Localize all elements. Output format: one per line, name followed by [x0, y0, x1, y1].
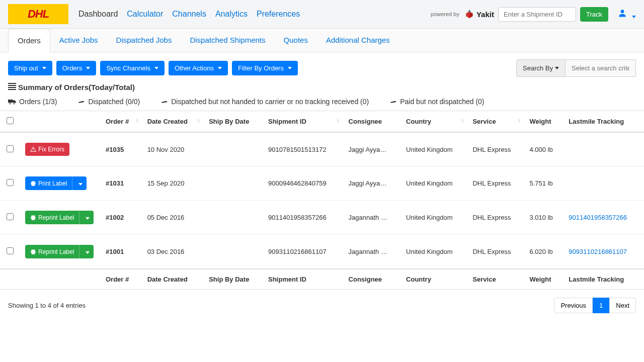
cell-order: #1001: [101, 235, 142, 269]
col-shipment-id[interactable]: Shipment ID↑↓: [263, 111, 344, 133]
yakit-text: Yakit: [476, 10, 494, 19]
cell-service: DHL Express: [467, 166, 524, 201]
cell-consignee: Jaggi Ayya…: [344, 132, 401, 166]
nav-channels[interactable]: Channels: [172, 10, 206, 19]
foot-shipment-id: Shipment ID: [263, 269, 344, 290]
reprint-label-button[interactable]: Reprint Label: [25, 245, 79, 258]
svg-rect-12: [32, 181, 35, 183]
chevron-down-icon: [154, 67, 158, 69]
summary-orders: Orders (1/3): [8, 98, 57, 106]
dhl-logo-text: DHL: [28, 8, 49, 21]
reprint-label-caret[interactable]: [79, 211, 94, 224]
tab-orders[interactable]: Orders: [8, 29, 50, 52]
row-checkbox[interactable]: [7, 247, 14, 254]
cell-country: United Kingdom: [401, 235, 467, 269]
dhl-logo[interactable]: DHL: [8, 4, 68, 24]
search-criteria-input[interactable]: [566, 59, 636, 77]
page-1-button[interactable]: 1: [593, 298, 609, 313]
summary-not-handed-text: Dispatched but not handed to carrier or …: [171, 98, 369, 106]
reprint-label-button[interactable]: Reprint Label: [25, 211, 79, 224]
col-country[interactable]: Country↑↓: [401, 111, 467, 133]
col-weight[interactable]: Weight: [524, 111, 564, 133]
cell-date: 10 Nov 2020: [142, 132, 204, 166]
cell-weight: 4.000 lb: [524, 132, 564, 166]
table-row: Fix Errors #1035 10 Nov 2020 90107815015…: [0, 132, 644, 166]
foot-order-no: Order #: [101, 269, 142, 290]
cell-weight: 6.020 lb: [524, 235, 564, 269]
foot-ship-by: Ship By Date: [204, 269, 263, 290]
tracking-link[interactable]: 9011401958357266: [569, 214, 627, 221]
chevron-down-icon: [555, 67, 559, 69]
col-order-no[interactable]: Order #↑↓: [101, 111, 142, 133]
reprint-label-caret[interactable]: [79, 245, 94, 258]
sync-channels-button[interactable]: Sync Channels: [100, 61, 164, 75]
chevron-down-icon: [86, 251, 90, 254]
nav-analytics[interactable]: Analytics: [215, 10, 248, 19]
tab-additional-charges[interactable]: Additional Charges: [317, 29, 399, 52]
orders-button[interactable]: Orders: [56, 61, 97, 75]
col-date-created[interactable]: Date Created↑↓: [142, 111, 204, 133]
svg-point-11: [13, 103, 15, 104]
summary-not-handed: Dispatched but not handed to carrier or …: [160, 98, 369, 106]
svg-rect-8: [8, 100, 13, 103]
svg-rect-15: [32, 215, 35, 217]
yakit-icon: [464, 9, 474, 19]
filter-by-orders-button[interactable]: Filter By Orders: [232, 61, 298, 75]
svg-rect-4: [8, 83, 16, 84]
truck-icon: [8, 98, 16, 105]
next-button[interactable]: Next: [609, 298, 636, 313]
cell-order: #1002: [101, 201, 142, 235]
row-checkbox[interactable]: [7, 213, 14, 220]
svg-marker-1: [466, 12, 469, 19]
col-lastmile[interactable]: Lastmile Tracking: [564, 111, 644, 133]
tracking-link[interactable]: 9093110216861107: [569, 248, 627, 255]
row-checkbox[interactable]: [7, 145, 14, 152]
row-checkbox[interactable]: [7, 179, 14, 186]
chevron-down-icon: [78, 183, 83, 186]
tab-dispatched-jobs[interactable]: Dispatched Jobs: [107, 29, 181, 52]
cell-tracking: [564, 132, 644, 166]
summary-dispatched: Dispatched (0/0): [77, 98, 140, 106]
tab-dispatched-shipments[interactable]: Dispatched Shipments: [181, 29, 274, 52]
list-icon: [8, 83, 16, 92]
tab-active-jobs[interactable]: Active Jobs: [50, 29, 107, 52]
summary-paid-not-dispatched: Paid but not dispatched (0): [389, 98, 484, 106]
summary-paid-text: Paid but not dispatched (0): [400, 98, 484, 106]
cell-service: DHL Express: [467, 132, 524, 166]
print-label-button[interactable]: Print Label: [25, 176, 72, 190]
svg-rect-6: [8, 87, 16, 88]
warning-icon: [30, 146, 36, 152]
search-by-dropdown[interactable]: Search By: [516, 59, 566, 77]
filter-label: Filter By Orders: [238, 64, 284, 72]
nav-dashboard[interactable]: Dashboard: [78, 10, 118, 19]
svg-rect-7: [8, 89, 16, 90]
select-all-checkbox[interactable]: [7, 117, 14, 124]
sort-icon: ↑↓: [135, 118, 137, 123]
sort-icon: ↑↓: [197, 118, 199, 123]
svg-marker-2: [469, 12, 473, 19]
nav-preferences[interactable]: Preferences: [257, 10, 300, 19]
summary-title: Summary of Orders(Today/Total): [18, 83, 135, 92]
nav-calculator[interactable]: Calculator: [127, 10, 163, 19]
print-icon: [30, 249, 36, 255]
user-menu-icon[interactable]: [617, 8, 636, 21]
other-actions-button[interactable]: Other Actions: [169, 61, 228, 75]
foot-consignee: Consignee: [344, 269, 401, 290]
col-ship-by[interactable]: Ship By Date: [204, 111, 263, 133]
col-service[interactable]: Service↑↓: [467, 111, 524, 133]
yakit-logo: Yakit: [464, 9, 494, 19]
tab-quotes[interactable]: Quotes: [275, 29, 317, 52]
cell-consignee: Jagannath …: [344, 235, 401, 269]
col-consignee[interactable]: Consignee: [344, 111, 401, 133]
cell-date: 15 Sep 2020: [142, 166, 204, 201]
cell-date: 03 Dec 2016: [142, 235, 204, 269]
plane-icon: [160, 98, 168, 105]
track-button[interactable]: Track: [580, 7, 608, 22]
cell-tracking: [564, 166, 644, 201]
fix-errors-button[interactable]: Fix Errors: [25, 143, 69, 156]
shipment-id-input[interactable]: [498, 7, 576, 22]
print-label-caret[interactable]: [72, 176, 87, 190]
other-actions-label: Other Actions: [175, 64, 214, 72]
ship-out-button[interactable]: Ship out: [8, 61, 52, 75]
previous-button[interactable]: Previous: [554, 298, 593, 313]
